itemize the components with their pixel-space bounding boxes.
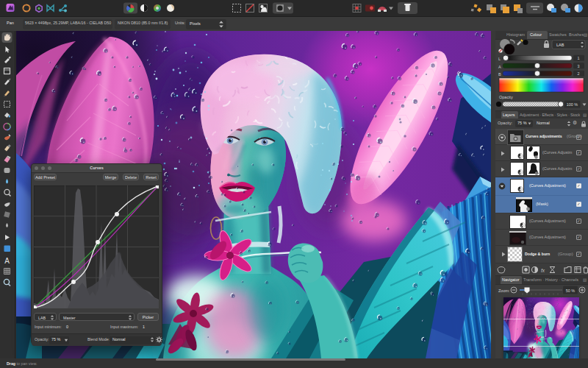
svg-text:fx: fx [541, 268, 545, 273]
svg-text:50 %: 50 % [566, 289, 575, 293]
svg-text:LAB: LAB [556, 43, 564, 47]
svg-text:Zoom:: Zoom: [498, 289, 510, 293]
svg-text:3: 3 [578, 64, 580, 68]
svg-text:100 %: 100 % [567, 102, 578, 107]
svg-text:1: 1 [578, 56, 580, 60]
svg-text:A: A [498, 65, 501, 69]
svg-text:2: 2 [578, 71, 580, 76]
svg-text:L: L [498, 57, 501, 61]
svg-text:B: B [498, 72, 501, 77]
svg-text:A: A [4, 257, 10, 265]
